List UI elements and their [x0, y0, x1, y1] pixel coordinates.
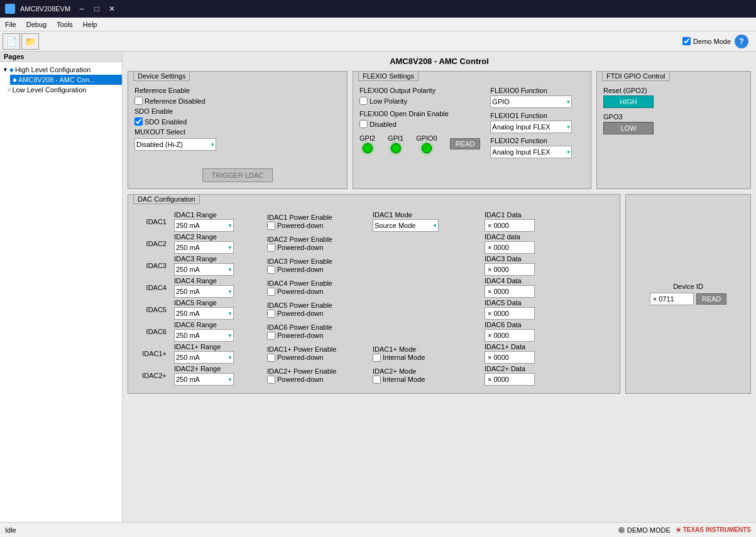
ftdi-panel-title: FTDI GPIO Control — [602, 71, 670, 81]
power-check-idac5[interactable] — [267, 310, 275, 318]
dac-data-idac1+: IDAC1+ Data — [485, 343, 585, 364]
flexio1-select[interactable]: Analog Input FLEX GPIO Option 3 — [490, 121, 572, 133]
dac-power-idac1: IDAC1 Power Enable Powered-down — [267, 214, 368, 230]
flexio-body: FLEXIO0 Output Polarity Low Polarity FLE… — [359, 87, 584, 162]
high-button[interactable]: HIGH — [603, 95, 654, 108]
open-button[interactable]: 📁 — [21, 33, 39, 50]
mode-check-idac2+[interactable] — [373, 376, 381, 384]
low-polarity-input[interactable] — [359, 97, 368, 105]
main-layout: Pages ▼ ◆ High Level Configuration ◆ AMC… — [0, 52, 756, 522]
low-button[interactable]: LOW — [603, 122, 654, 134]
power-check-idac1+[interactable] — [267, 354, 275, 362]
range-select-idac3[interactable]: 250 mA500 mA1 A — [174, 263, 234, 276]
flexio2-select-wrapper: Analog Input FLEX GPIO Option 3 ▼ — [490, 146, 572, 158]
data-input-idac1[interactable] — [485, 219, 535, 232]
low-polarity-label: Low Polarity — [370, 97, 407, 105]
data-input-idac4[interactable] — [485, 285, 535, 298]
mode-check-idac1+[interactable] — [373, 354, 381, 362]
range-select-idac2+[interactable]: 250 mA500 mA1 A — [174, 373, 234, 386]
dac-rows-container: IDAC1 IDAC1 Range 250 mA500 mA1 A ▼ IDAC… — [134, 211, 613, 386]
device-settings-title: Device Settings — [133, 71, 190, 81]
reference-disabled-input[interactable] — [134, 97, 143, 105]
power-check-idac2+[interactable] — [267, 376, 275, 384]
dac-data-idac1: IDAC1 Data — [485, 211, 585, 232]
data-input-idac5[interactable] — [485, 307, 535, 320]
menu-tools[interactable]: Tools — [52, 19, 78, 30]
menu-file[interactable]: File — [0, 19, 21, 30]
close-button[interactable]: ✕ — [106, 3, 118, 15]
mode-select-idac1[interactable]: Source ModeSink Mode — [373, 219, 439, 232]
menu-debug[interactable]: Debug — [21, 19, 52, 30]
maximize-button[interactable]: □ — [90, 3, 103, 15]
demo-mode-label: Demo Mode — [693, 38, 731, 45]
range-select-idac1+[interactable]: 250 mA500 mA1 A — [174, 351, 234, 364]
ftdi-panel: FTDI GPIO Control Reset (GPO2) HIGH GPO3… — [596, 71, 751, 189]
flexio0-select[interactable]: GPIO Analog Input FLEX Option 3 — [490, 95, 572, 108]
data-input-idac6[interactable] — [485, 329, 535, 342]
dac-mode-idac1: IDAC1 Mode Source ModeSink Mode ▼ — [373, 211, 479, 232]
reference-disabled-check[interactable]: Reference Disabled — [134, 97, 205, 105]
gpi2-led — [363, 143, 373, 153]
disabled-input[interactable] — [359, 120, 368, 128]
disabled-check[interactable]: Disabled — [359, 120, 480, 128]
gpi2-item: GPI2 — [359, 134, 375, 153]
demo-led-icon — [618, 527, 625, 533]
diamond-icon: ◆ — [9, 67, 14, 73]
range-select-idac5[interactable]: 250 mA500 mA1 A — [174, 307, 234, 320]
data-input-idac2[interactable] — [485, 241, 535, 254]
trigger-ldac-button[interactable]: TRIGGER LDAC — [202, 168, 273, 182]
help-button[interactable]: ? — [735, 35, 748, 48]
muxout-select-wrapper: Disabled (Hi-Z) Option 2 Option 3 ▼ — [134, 138, 216, 151]
dac-row-id-idac5: IDAC5 — [134, 306, 169, 313]
demo-mode-input[interactable] — [682, 37, 691, 45]
low-polarity-check[interactable]: Low Polarity — [359, 97, 480, 105]
flexio0-function-row: FLEXIO0 Function GPIO Analog Input FLEX … — [490, 87, 591, 108]
power-check-idac6[interactable] — [267, 332, 275, 340]
sidebar-amc-label: AMC8V208 - AMC Con... — [18, 76, 95, 84]
sidebar-item-amc-control[interactable]: ◆ AMC8V208 - AMC Con... — [10, 75, 122, 85]
flexio0-select-wrapper: GPIO Analog Input FLEX Option 3 ▼ — [490, 95, 572, 108]
muxout-select[interactable]: Disabled (Hi-Z) Option 2 Option 3 — [134, 138, 216, 151]
sdo-enabled-check[interactable]: SDO Enabled — [134, 117, 187, 126]
output-polarity-label: FLEXIO0 Output Polarity — [359, 87, 480, 94]
sidebar-item-high-level[interactable]: ▼ ◆ High Level Configuration — [0, 65, 122, 75]
minimize-button[interactable]: – — [75, 3, 88, 15]
device-id-read-button[interactable]: READ — [696, 293, 727, 305]
top-panel-row: Device Settings Reference Enable Referen… — [128, 71, 751, 189]
status-bar: Idle DEMO MODE ★ TEXAS INSTRUMENTS — [0, 522, 756, 537]
flexio2-select[interactable]: Analog Input FLEX GPIO Option 3 — [490, 146, 572, 158]
dac-mode-idac1+: IDAC1+ Mode Internal Mode — [373, 345, 479, 362]
range-select-idac2[interactable]: 250 mA500 mA1 A — [174, 241, 234, 254]
demo-mode-checkbox[interactable]: Demo Mode — [682, 37, 731, 45]
dac-panel-title: DAC Configuration — [133, 194, 200, 204]
disabled-label: Disabled — [370, 121, 397, 128]
dac-row-id-idac3: IDAC3 — [134, 262, 169, 269]
power-check-idac1[interactable] — [267, 222, 275, 230]
flexio-panel-title: FLEXIO Settings — [358, 71, 419, 81]
dac-power-idac2+: IDAC2+ Power Enable Powered-down — [267, 367, 368, 384]
sdo-enabled-input[interactable] — [134, 117, 143, 126]
ti-logo: ★ TEXAS INSTRUMENTS — [676, 526, 751, 533]
sdo-enabled-row: SDO Enabled — [134, 117, 341, 126]
sdo-enabled-label: SDO Enabled — [145, 118, 187, 126]
data-input-idac2+[interactable] — [485, 373, 535, 386]
device-id-input[interactable] — [650, 293, 694, 305]
power-check-idac3[interactable] — [267, 266, 275, 274]
range-select-idac6[interactable]: 250 mA500 mA1 A — [174, 329, 234, 342]
flexio2-function-row: FLEXIO2 Function Analog Input FLEX GPIO … — [490, 137, 591, 158]
data-input-idac1+[interactable] — [485, 351, 535, 364]
gpi-read-button[interactable]: READ — [450, 138, 481, 149]
sidebar-item-low-level[interactable]: ○ Low Level Configuration — [5, 85, 122, 95]
reset-row: Reset (GPO2) HIGH — [603, 87, 744, 108]
power-check-idac4[interactable] — [267, 288, 275, 296]
range-select-idac4[interactable]: 250 mA500 mA1 A — [174, 285, 234, 298]
menu-help[interactable]: Help — [78, 19, 102, 30]
data-input-idac3[interactable] — [485, 263, 535, 276]
dac-data-idac3: IDAC3 Data — [485, 255, 585, 276]
device-id-row: READ — [650, 293, 727, 305]
range-select-idac1[interactable]: 250 mA500 mA1 A — [174, 219, 234, 232]
power-check-idac2[interactable] — [267, 244, 275, 252]
dac-range-idac5: IDAC5 Range 250 mA500 mA1 A ▼ — [174, 299, 262, 320]
new-button[interactable]: 📄 — [3, 33, 20, 50]
muxout-select-row: Disabled (Hi-Z) Option 2 Option 3 ▼ — [134, 138, 341, 151]
